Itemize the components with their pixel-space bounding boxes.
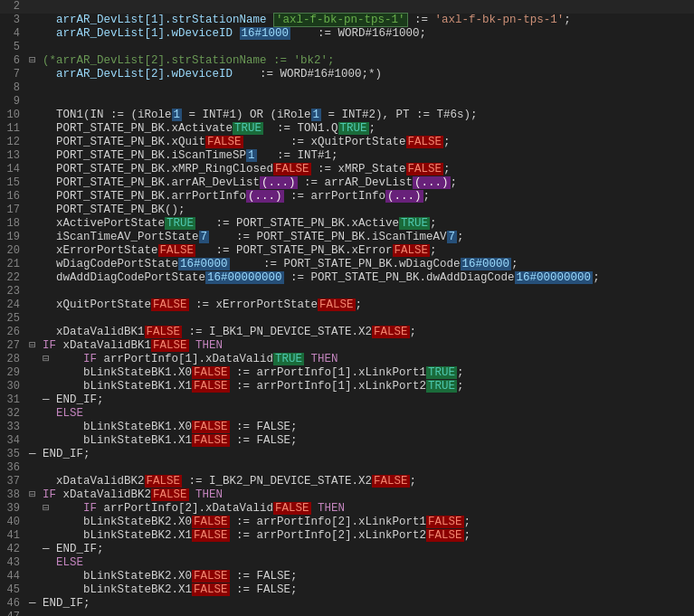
line-number: 23 — [0, 285, 25, 299]
line-number: 36 — [0, 461, 25, 475]
line-number: 45 — [0, 583, 25, 597]
line-content: — END_IF; — [25, 543, 694, 556]
line-content: arrAR_DevList[1].wDeviceID 16#1000 := WO… — [25, 27, 694, 41]
line-content: bLinkStateBK1.X0FALSE := FALSE; — [25, 421, 694, 434]
line-number: 41 — [0, 529, 25, 543]
line-content: bLinkStateBK2.X0FALSE := arrPortInfo[2].… — [25, 516, 694, 529]
line-content: PORT_STATE_PN_BK.xMRP_RingClosedFALSE :=… — [25, 163, 694, 176]
line-number: 8 — [0, 81, 25, 95]
code-line: 13 PORT_STATE_PN_BK.iScanTimeSP1 := INT#… — [0, 149, 694, 163]
line-number: 21 — [0, 258, 25, 271]
line-content: bLinkStateBK1.X1FALSE := FALSE; — [25, 434, 694, 448]
code-line: 10 TON1(IN := (iRole1 = INT#1) OR (iRole… — [0, 109, 694, 122]
line-number: 12 — [0, 136, 25, 149]
line-content: PORT_STATE_PN_BK.iScanTimeSP1 := INT#1; — [25, 149, 694, 163]
line-number: 7 — [0, 68, 25, 81]
code-line: 3 arrAR_DevList[1].strStationName 'axl-f… — [0, 14, 694, 27]
line-number: 33 — [0, 421, 25, 434]
code-line: 31 — END_IF; — [0, 393, 694, 407]
code-line: 21 wDiagCodePortState16#0000 := PORT_STA… — [0, 258, 694, 271]
code-line: 9 — [0, 95, 694, 109]
code-line: 47 — [0, 611, 694, 616]
line-content: dwAddDiagCodePortState16#00000000 := POR… — [25, 271, 694, 285]
line-content: arrAR_DevList[1].strStationName 'axl-f-b… — [25, 14, 694, 27]
code-line: 17 PORT_STATE_PN_BK(); — [0, 204, 694, 217]
code-line: 11 PORT_STATE_PN_BK.xActivateTRUE := TON… — [0, 122, 694, 136]
line-number: 35 — [0, 448, 25, 461]
line-content: bLinkStateBK1.X0FALSE := arrPortInfo[1].… — [25, 366, 694, 380]
line-number: 31 — [0, 393, 25, 407]
code-line: 43 ELSE — [0, 556, 694, 570]
line-content: — END_IF; — [25, 393, 694, 407]
line-content: bLinkStateBK2.X0FALSE := FALSE; — [25, 570, 694, 583]
line-number: 34 — [0, 434, 25, 448]
code-line: 36 — [0, 461, 694, 475]
code-line: 40 bLinkStateBK2.X0FALSE := arrPortInfo[… — [0, 516, 694, 529]
line-number: 30 — [0, 380, 25, 393]
line-number: 24 — [0, 299, 25, 312]
line-content: bLinkStateBK2.X1FALSE := arrPortInfo[2].… — [25, 529, 694, 543]
code-line: 22 dwAddDiagCodePortState16#00000000 := … — [0, 271, 694, 285]
code-line: 33 bLinkStateBK1.X0FALSE := FALSE; — [0, 421, 694, 434]
code-line: 15 PORT_STATE_PN_BK.arrAR_DevList(...) :… — [0, 176, 694, 190]
code-line: 37 xDataValidBK2FALSE := I_BK2_PN_DEVICE… — [0, 475, 694, 488]
code-line: 26 xDataValidBK1FALSE := I_BK1_PN_DEVICE… — [0, 326, 694, 339]
line-number: 20 — [0, 244, 25, 258]
code-line: 4 arrAR_DevList[1].wDeviceID 16#1000 := … — [0, 27, 694, 41]
line-number: 26 — [0, 326, 25, 339]
code-line: 32 ELSE — [0, 407, 694, 421]
line-content: wDiagCodePortState16#0000 := PORT_STATE_… — [25, 258, 694, 271]
code-line: 45 bLinkStateBK2.X1FALSE := FALSE; — [0, 583, 694, 597]
line-content: xQuitPortStateFALSE := xErrorPortStateFA… — [25, 299, 694, 312]
code-line: 46— END_IF; — [0, 597, 694, 611]
code-line: 23 — [0, 285, 694, 299]
line-content: arrAR_DevList[2].wDeviceID := WORD#16#10… — [25, 68, 694, 81]
line-number: 40 — [0, 516, 25, 529]
code-line: 38⊟ IF xDataValidBK2FALSE THEN — [0, 488, 694, 502]
line-content: PORT_STATE_PN_BK(); — [25, 204, 694, 217]
line-number: 18 — [0, 217, 25, 231]
line-content: ⊟ IF xDataValidBK1FALSE THEN — [25, 339, 694, 353]
line-number: 9 — [0, 95, 25, 109]
code-line: 24 xQuitPortStateFALSE := xErrorPortStat… — [0, 299, 694, 312]
code-line: 5 — [0, 41, 694, 54]
code-line: 20 xErrorPortStateFALSE := PORT_STATE_PN… — [0, 244, 694, 258]
line-content: xErrorPortStateFALSE := PORT_STATE_PN_BK… — [25, 244, 694, 258]
code-line: 14 PORT_STATE_PN_BK.xMRP_RingClosedFALSE… — [0, 163, 694, 176]
line-content: — END_IF; — [25, 448, 694, 461]
line-content: PORT_STATE_PN_BK.xActivateTRUE := TON1.Q… — [25, 122, 694, 136]
code-line: 29 bLinkStateBK1.X0FALSE := arrPortInfo[… — [0, 366, 694, 380]
line-content: iScanTimeAV_PortState7 := PORT_STATE_PN_… — [25, 231, 694, 244]
line-content: TON1(IN := (iRole1 = INT#1) OR (iRole1 =… — [25, 109, 694, 122]
line-content: bLinkStateBK1.X1FALSE := arrPortInfo[1].… — [25, 380, 694, 393]
line-content: ⊟ IF arrPortInfo[1].xDataValidTRUE THEN — [25, 353, 694, 366]
line-number: 44 — [0, 570, 25, 583]
line-content: ⊟ IF xDataValidBK2FALSE THEN — [25, 488, 694, 502]
line-number: 19 — [0, 231, 25, 244]
line-number: 4 — [0, 27, 25, 41]
line-number: 47 — [0, 611, 25, 616]
code-line: 39 ⊟ IF arrPortInfo[2].xDataValidFALSE T… — [0, 502, 694, 516]
line-number: 3 — [0, 14, 25, 27]
code-line: 44 bLinkStateBK2.X0FALSE := FALSE; — [0, 570, 694, 583]
line-number: 37 — [0, 475, 25, 488]
line-content: — END_IF; — [25, 597, 694, 611]
code-line: 6⊟ (*arrAR_DevList[2].strStationName := … — [0, 54, 694, 68]
line-number: 25 — [0, 312, 25, 326]
line-number: 39 — [0, 502, 25, 516]
code-line: 16 PORT_STATE_PN_BK.arrPortInfo(...) := … — [0, 190, 694, 204]
code-line: 34 bLinkStateBK1.X1FALSE := FALSE; — [0, 434, 694, 448]
line-number: 42 — [0, 543, 25, 556]
line-content: xDataValidBK2FALSE := I_BK2_PN_DEVICE_ST… — [25, 475, 694, 488]
line-content: PORT_STATE_PN_BK.arrAR_DevList(...) := a… — [25, 176, 694, 190]
code-line: 7 arrAR_DevList[2].wDeviceID := WORD#16#… — [0, 68, 694, 81]
line-number: 15 — [0, 176, 25, 190]
line-number: 27 — [0, 339, 25, 353]
line-number: 14 — [0, 163, 25, 176]
line-content: ELSE — [25, 556, 694, 570]
line-number: 22 — [0, 271, 25, 285]
code-line: 41 bLinkStateBK2.X1FALSE := arrPortInfo[… — [0, 529, 694, 543]
code-line: 18 xActivePortStateTRUE := PORT_STATE_PN… — [0, 217, 694, 231]
code-line: 12 PORT_STATE_PN_BK.xQuitFALSE := xQuitP… — [0, 136, 694, 149]
line-content: xActivePortStateTRUE := PORT_STATE_PN_BK… — [25, 217, 694, 231]
